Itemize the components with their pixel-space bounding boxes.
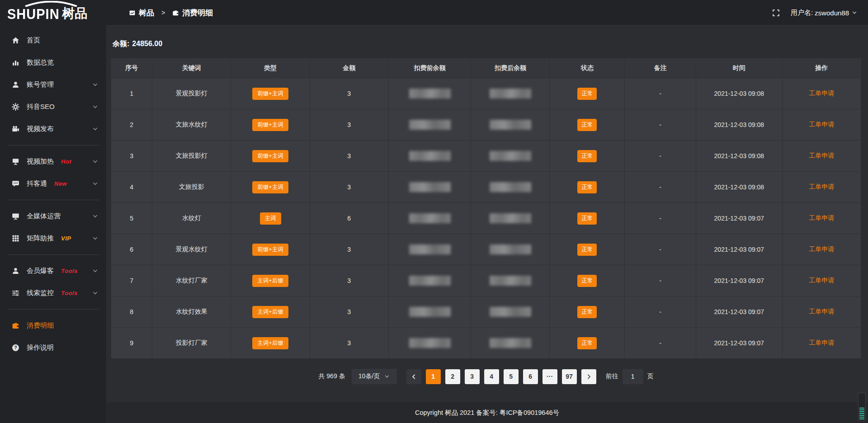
next-page-button[interactable] [581,369,596,384]
topbar: 树品 > 消费明细 用户名: zswodun88 [106,0,868,26]
time-cell: 2021-12-03 09:08 [714,121,764,128]
row-index-cell: 2 [130,121,133,128]
page-button-6[interactable]: 6 [523,369,538,384]
pre-balance-masked [409,182,451,192]
home-icon [12,37,19,44]
time-cell: 2021-12-03 09:08 [714,90,764,97]
page-size-select[interactable]: 10条/页 [352,369,397,384]
type-badge: 前缀+主词 [252,244,288,256]
sidebar-item-7[interactable]: 抖客通New [0,173,106,195]
user-menu[interactable]: 用户名: zswodun88 [791,9,857,17]
page-button-1[interactable]: 1 [426,369,441,384]
ticket-request-link[interactable]: 工单申请 [809,89,834,97]
sidebar-menu: 首页数据总览账号管理抖音SEO视频发布视频加热Hot抖客通New全媒体运营矩阵助… [0,26,106,359]
sidebar-item-6[interactable]: 视频加热Hot [0,150,106,173]
ticket-request-link[interactable]: 工单申请 [809,121,834,128]
keyword-cell: 文旅投影 [179,183,204,190]
prev-page-button[interactable] [406,369,421,384]
type-badge: 前缀+主词 [252,119,288,131]
post-balance-masked [490,276,531,286]
balance-value: 24856.00 [132,40,162,47]
table-row: 1景观投影灯前缀+主词3正常-2021-12-03 09:08工单申请 [111,78,861,109]
row-index-cell: 6 [130,246,133,253]
amount-cell: 6 [347,215,351,222]
remark-cell: - [659,339,661,347]
logo: SHUPIN 树品 [0,0,106,26]
table-row: 6景观水纹灯前缀+主词3正常-2021-12-03 09:07工单申请 [111,234,861,265]
page-button-4[interactable]: 4 [484,369,499,384]
chevron-down-icon [92,213,98,219]
breadcrumb-item-home[interactable]: 树品 [129,8,154,18]
fullscreen-icon[interactable] [772,9,780,17]
menu-divider [7,309,99,310]
page-button-97[interactable]: 97 [562,369,577,384]
username-value: zswodun88 [815,9,849,17]
page-size-value: 10条/页 [359,372,380,381]
sidebar-item-11[interactable]: 线索监控Tools [0,282,106,304]
sidebar-item-4[interactable]: 抖音SEO [0,96,106,118]
sidebar-item-9[interactable]: 矩阵助推VIP [0,227,106,249]
ticket-request-link[interactable]: 工单申请 [809,277,834,284]
type-badge: 主词+后缀 [252,337,288,349]
page-button-5[interactable]: 5 [504,369,519,384]
page-button-3[interactable]: 3 [465,369,480,384]
chevron-down-icon [92,268,98,274]
column-header: 备注 [625,58,696,78]
row-index-cell: 3 [130,152,133,160]
ticket-request-link[interactable]: 工单申请 [809,245,834,253]
row-index-cell: 9 [130,339,133,347]
post-balance-masked [490,307,531,317]
post-balance-masked [490,213,531,223]
chart-icon [12,59,19,66]
ticket-request-link[interactable]: 工单申请 [809,183,834,190]
corner-widget[interactable] [858,393,866,421]
chevron-down-icon [384,374,390,379]
ticket-request-link[interactable]: 工单申请 [809,152,834,159]
keyword-cell: 景观水纹灯 [176,245,208,253]
ticket-request-link[interactable]: 工单申请 [809,214,834,221]
chevron-down-icon [92,159,98,164]
time-cell: 2021-12-03 09:08 [714,183,764,191]
copyright-text: Copyright 树品 2021 备案号: 粤ICP备09019646号 [415,409,559,417]
chevron-down-icon [92,235,98,241]
status-badge: 正常 [577,88,597,100]
more-pages-button[interactable]: ··· [542,369,557,384]
sidebar-item-label: 视频加热 [27,157,54,166]
sidebar-item-2[interactable]: 数据总览 [0,52,106,74]
sidebar-item-1[interactable]: 首页 [0,29,106,52]
sidebar-item-5[interactable]: 视频发布 [0,118,106,140]
ticket-request-link[interactable]: 工单申请 [809,339,834,346]
status-badge: 正常 [577,244,597,256]
sidebar-item-10[interactable]: 会员爆客Tools [0,260,106,282]
page-button-2[interactable]: 2 [445,369,460,384]
sidebar-item-3[interactable]: 账号管理 [0,74,106,96]
remark-cell: - [659,308,661,315]
column-header: 序号 [111,58,152,78]
sidebar-item-12[interactable]: 消费明细 [0,315,106,337]
amount-cell: 3 [347,339,351,347]
goto-page-input[interactable] [623,369,643,384]
balance-label: 余额: [113,40,129,47]
time-cell: 2021-12-03 09:07 [714,339,764,347]
table-body: 1景观投影灯前缀+主词3正常-2021-12-03 09:08工单申请2文旅水纹… [111,78,861,359]
remark-cell: - [659,183,661,191]
ticket-request-link[interactable]: 工单申请 [809,308,834,315]
keyword-cell: 文旅投影灯 [176,152,208,159]
sidebar: SHUPIN 树品 首页数据总览账号管理抖音SEO视频发布视频加热Hot抖客通N… [0,0,106,423]
sidebar-item-label: 数据总览 [27,58,54,67]
type-badge: 前缀+主词 [252,150,288,162]
total-count: 共 969 条 [318,372,345,381]
status-badge: 正常 [577,306,597,318]
breadcrumb-current-label: 消费明细 [182,8,213,18]
sidebar-item-label: 会员爆客 [27,267,54,275]
post-balance-masked [490,120,531,130]
stripes-icon [859,408,864,419]
breadcrumb-item-current[interactable]: 消费明细 [172,8,213,18]
pre-balance-masked [409,244,451,254]
sidebar-item-8[interactable]: 全媒体运营 [0,205,106,227]
user-icon [12,267,19,275]
amount-cell: 3 [347,183,351,191]
pre-balance-masked [409,213,451,223]
sidebar-item-13[interactable]: ?操作说明 [0,337,106,359]
table-row: 5水纹灯主词6正常-2021-12-03 09:07工单申请 [111,203,861,234]
